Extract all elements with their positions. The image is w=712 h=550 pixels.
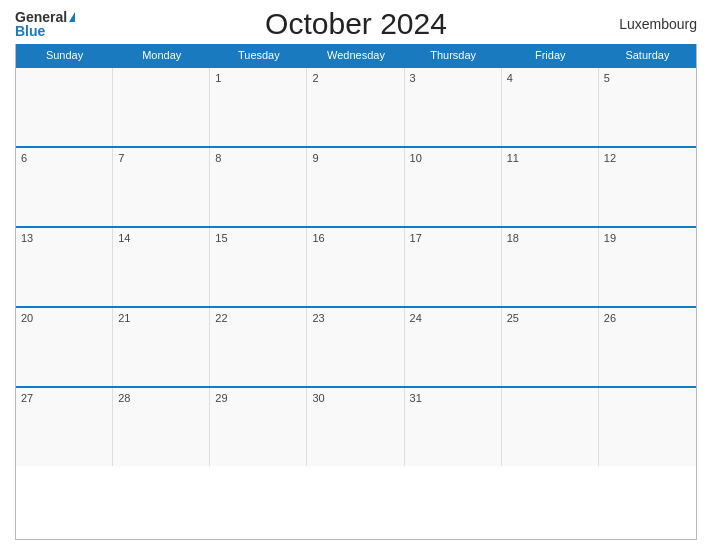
day-number: 13 [21, 232, 33, 244]
day-number: 14 [118, 232, 130, 244]
day-cell: 2 [307, 68, 404, 146]
day-number: 12 [604, 152, 616, 164]
day-cell: 27 [16, 388, 113, 466]
day-cell [16, 68, 113, 146]
day-cell: 9 [307, 148, 404, 226]
week-row-3: 20212223242526 [16, 306, 696, 386]
day-headers: SundayMondayTuesdayWednesdayThursdayFrid… [16, 44, 696, 66]
day-number: 6 [21, 152, 27, 164]
day-cell: 15 [210, 228, 307, 306]
day-number: 2 [312, 72, 318, 84]
weeks: 1234567891011121314151617181920212223242… [16, 66, 696, 466]
day-cell: 4 [502, 68, 599, 146]
day-cell: 7 [113, 148, 210, 226]
day-header-tuesday: Tuesday [210, 44, 307, 66]
day-number: 8 [215, 152, 221, 164]
day-number: 19 [604, 232, 616, 244]
day-number: 3 [410, 72, 416, 84]
day-cell: 3 [405, 68, 502, 146]
day-number: 27 [21, 392, 33, 404]
day-number: 9 [312, 152, 318, 164]
day-header-monday: Monday [113, 44, 210, 66]
logo-general-text: General [15, 10, 67, 24]
day-cell: 30 [307, 388, 404, 466]
day-number: 11 [507, 152, 519, 164]
day-cell: 17 [405, 228, 502, 306]
day-number: 22 [215, 312, 227, 324]
day-number: 10 [410, 152, 422, 164]
week-row-4: 2728293031 [16, 386, 696, 466]
day-cell: 21 [113, 308, 210, 386]
week-row-2: 13141516171819 [16, 226, 696, 306]
day-number: 25 [507, 312, 519, 324]
day-number: 29 [215, 392, 227, 404]
day-number: 23 [312, 312, 324, 324]
week-row-1: 6789101112 [16, 146, 696, 226]
day-cell [599, 388, 696, 466]
day-number: 4 [507, 72, 513, 84]
day-number: 15 [215, 232, 227, 244]
day-cell: 23 [307, 308, 404, 386]
day-cell: 11 [502, 148, 599, 226]
day-header-saturday: Saturday [599, 44, 696, 66]
calendar: SundayMondayTuesdayWednesdayThursdayFrid… [15, 44, 697, 540]
logo-blue-text: Blue [15, 24, 75, 38]
day-cell: 24 [405, 308, 502, 386]
day-cell: 18 [502, 228, 599, 306]
day-number: 5 [604, 72, 610, 84]
day-number: 24 [410, 312, 422, 324]
logo-triangle-icon [69, 12, 75, 22]
day-cell [502, 388, 599, 466]
calendar-page: General Blue October 2024 Luxembourg Sun… [0, 0, 712, 550]
day-cell: 5 [599, 68, 696, 146]
day-cell: 13 [16, 228, 113, 306]
day-number: 28 [118, 392, 130, 404]
day-number: 31 [410, 392, 422, 404]
day-cell: 14 [113, 228, 210, 306]
day-cell: 22 [210, 308, 307, 386]
day-number: 26 [604, 312, 616, 324]
country-label: Luxembourg [619, 16, 697, 32]
day-header-friday: Friday [502, 44, 599, 66]
day-cell: 8 [210, 148, 307, 226]
day-cell: 19 [599, 228, 696, 306]
day-header-thursday: Thursday [405, 44, 502, 66]
day-header-sunday: Sunday [16, 44, 113, 66]
day-number: 30 [312, 392, 324, 404]
day-header-wednesday: Wednesday [307, 44, 404, 66]
day-cell: 26 [599, 308, 696, 386]
day-cell: 31 [405, 388, 502, 466]
day-number: 20 [21, 312, 33, 324]
day-number: 1 [215, 72, 221, 84]
week-row-0: 12345 [16, 66, 696, 146]
day-cell: 12 [599, 148, 696, 226]
day-number: 17 [410, 232, 422, 244]
day-cell: 1 [210, 68, 307, 146]
day-cell: 20 [16, 308, 113, 386]
day-number: 7 [118, 152, 124, 164]
day-cell [113, 68, 210, 146]
day-number: 18 [507, 232, 519, 244]
day-number: 21 [118, 312, 130, 324]
day-cell: 29 [210, 388, 307, 466]
day-cell: 10 [405, 148, 502, 226]
day-cell: 6 [16, 148, 113, 226]
logo: General Blue [15, 10, 75, 38]
day-number: 16 [312, 232, 324, 244]
day-cell: 25 [502, 308, 599, 386]
day-cell: 28 [113, 388, 210, 466]
header: General Blue October 2024 Luxembourg [15, 10, 697, 38]
day-cell: 16 [307, 228, 404, 306]
month-title: October 2024 [265, 7, 447, 41]
